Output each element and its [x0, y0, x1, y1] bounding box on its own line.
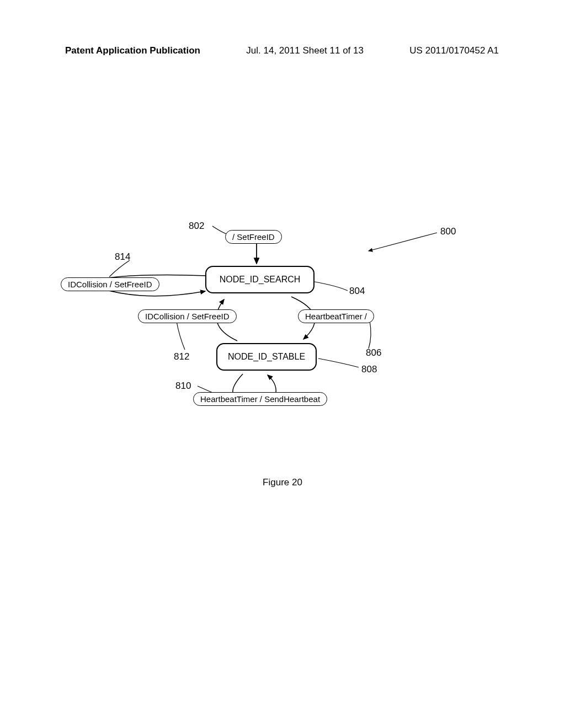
ref-806: 806	[366, 347, 381, 358]
ref-802: 802	[189, 221, 204, 232]
transition-stable-to-search-label: IDCollision / SetFreeID	[145, 312, 230, 321]
transition-init: / SetFreeID	[225, 230, 282, 244]
state-stable-label: NODE_ID_STABLE	[228, 352, 305, 362]
figure-caption-text: Figure 20	[263, 477, 302, 488]
transition-heartbeat-to-stable-label: HeartbeatTimer /	[305, 312, 367, 321]
header-center: Jul. 14, 2011 Sheet 11 of 13	[246, 45, 364, 56]
ref-808: 808	[361, 364, 377, 375]
transition-stable-self-heartbeat-label: HeartbeatTimer / SendHeartbeat	[200, 394, 320, 404]
ref-800: 800	[440, 226, 456, 237]
ref-804: 804	[349, 286, 365, 297]
ref-812: 812	[174, 351, 189, 362]
transition-stable-to-search: IDCollision / SetFreeID	[138, 309, 237, 323]
transition-init-label: / SetFreeID	[232, 232, 275, 242]
page-header: Patent Application Publication Jul. 14, …	[0, 45, 565, 56]
header-left: Patent Application Publication	[65, 45, 200, 56]
ref-810: 810	[175, 381, 191, 392]
header-right: US 2011/0170452 A1	[409, 45, 499, 56]
state-search-label: NODE_ID_SEARCH	[220, 275, 301, 285]
figure-caption: Figure 20	[0, 477, 565, 488]
state-diagram: / SetFreeID NODE_ID_SEARCH IDCollision /…	[61, 221, 502, 441]
ref-814: 814	[115, 251, 130, 263]
transition-search-idcollision: IDCollision / SetFreeID	[61, 277, 159, 291]
state-node-id-search: NODE_ID_SEARCH	[205, 266, 315, 293]
transition-stable-self-heartbeat: HeartbeatTimer / SendHeartbeat	[193, 392, 327, 406]
state-node-id-stable: NODE_ID_STABLE	[216, 343, 317, 371]
transition-heartbeat-to-stable: HeartbeatTimer /	[298, 309, 374, 323]
transition-search-idcollision-label: IDCollision / SetFreeID	[68, 280, 152, 289]
